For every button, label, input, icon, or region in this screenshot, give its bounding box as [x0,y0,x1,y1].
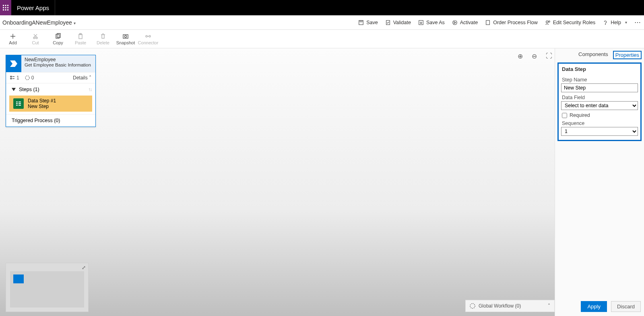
stage-chevron-icon [6,55,21,72]
title-bar: Power Apps [0,0,644,15]
svg-point-30 [25,76,29,80]
svg-rect-31 [16,102,18,102]
step-count: 1 [10,75,19,81]
global-workflow-bar[interactable]: Global Workflow (0) ˄ [465,300,555,312]
expand-icon[interactable]: ⤢ [82,265,86,270]
minimap-stage-icon [13,274,24,283]
edit-security-roles-button[interactable]: Edit Security Roles [545,20,596,25]
svg-rect-32 [16,103,18,104]
data-field-select[interactable]: Select to enter data [561,101,638,110]
svg-rect-14 [486,20,490,25]
svg-rect-34 [19,102,21,102]
paste-button[interactable]: Paste [69,30,92,48]
chevron-up-icon[interactable]: ˄ [548,303,550,309]
sequence-select[interactable]: 1 [561,127,638,136]
svg-rect-29 [10,78,12,79]
copy-button[interactable]: Copy [47,30,69,48]
triangle-icon [12,88,16,91]
process-name[interactable]: OnboardingANewEmployee▾ [2,19,76,26]
svg-rect-8 [7,9,8,10]
more-button[interactable]: ⋯ [634,19,642,26]
branch-count: 0 [25,75,34,81]
help-button[interactable]: Help▾ [603,20,627,25]
stage-header[interactable]: NewEmployee Get Employee Basic Informati… [21,55,95,72]
svg-rect-4 [5,7,6,8]
app-launcher-icon[interactable] [0,0,11,15]
order-process-flow-button[interactable]: Order Process Flow [485,20,537,25]
delete-button[interactable]: Delete [92,30,114,48]
data-step-1[interactable]: Data Step #1 New Step [9,96,92,112]
tab-components[interactable]: Components [577,51,610,59]
snapshot-button[interactable]: Snapshot [114,30,137,48]
stage-newemployee[interactable]: NewEmployee Get Employee Basic Informati… [6,55,96,127]
svg-rect-35 [19,103,21,104]
add-button[interactable]: Add [2,30,24,48]
properties-title: Data Step [561,64,638,75]
apply-button[interactable]: Apply [581,301,607,312]
save-as-button[interactable]: Save As [418,20,445,25]
svg-point-37 [470,304,475,308]
svg-rect-11 [386,20,390,25]
required-checkbox[interactable]: Required [561,110,638,118]
step-name-label: Step Name [561,75,638,83]
validate-button[interactable]: Validate [385,20,411,25]
triggered-process-section[interactable]: Triggered Process (0) [6,114,95,127]
svg-rect-28 [10,76,12,77]
designer-canvas[interactable]: ⊕ ⊖ ⛶ NewEmployee Get Employee Basic Inf… [0,48,555,316]
svg-point-26 [146,35,147,37]
command-bar: OnboardingANewEmployee▾ Save Validate Sa… [0,15,644,30]
sequence-label: Sequence [561,118,638,127]
properties-panel: Components Properties Data Step Step Nam… [555,48,644,316]
svg-rect-9 [359,20,363,25]
minimap[interactable]: ⤢ [6,263,89,312]
svg-rect-3 [3,7,4,8]
svg-point-25 [125,35,127,37]
chevron-up-icon: ˄ [89,75,91,81]
fit-screen-icon[interactable]: ⛶ [546,52,552,60]
svg-point-15 [546,21,548,23]
zoom-out-icon[interactable]: ⊖ [532,52,537,60]
svg-rect-7 [5,9,6,10]
app-title: Power Apps [11,0,55,15]
chevron-down-icon: ▾ [74,21,76,25]
connector-button[interactable]: Connector [137,30,159,48]
svg-point-16 [548,21,550,22]
tab-properties[interactable]: Properties [613,51,642,59]
save-button[interactable]: Save [358,20,378,25]
svg-rect-0 [3,5,4,6]
zoom-in-icon[interactable]: ⊕ [518,52,523,60]
svg-rect-2 [7,5,8,6]
svg-rect-6 [3,9,4,10]
svg-rect-5 [7,7,8,8]
chevron-down-icon: ▾ [625,20,627,25]
svg-rect-36 [19,105,21,106]
details-toggle[interactable]: Details ˄ [73,75,91,81]
svg-rect-33 [16,105,18,106]
svg-point-17 [605,24,606,24]
ribbon: Add Cut Copy Paste Delete Snapshot Conne… [0,30,644,48]
activate-button[interactable]: Activate [452,20,478,25]
reorder-arrows-icon[interactable]: ↑↓ [88,87,91,92]
data-field-label: Data Field [561,92,638,101]
zoom-controls: ⊕ ⊖ ⛶ [518,52,552,60]
discard-button[interactable]: Discard [611,301,641,312]
required-checkbox-input[interactable] [562,113,567,118]
svg-rect-1 [5,5,6,6]
cut-button[interactable]: Cut [24,30,47,48]
form-icon [13,98,24,109]
step-name-input[interactable] [561,83,638,92]
steps-section[interactable]: Steps (1) ↑↓ [6,83,95,96]
svg-rect-10 [360,20,362,22]
svg-point-27 [149,35,151,37]
